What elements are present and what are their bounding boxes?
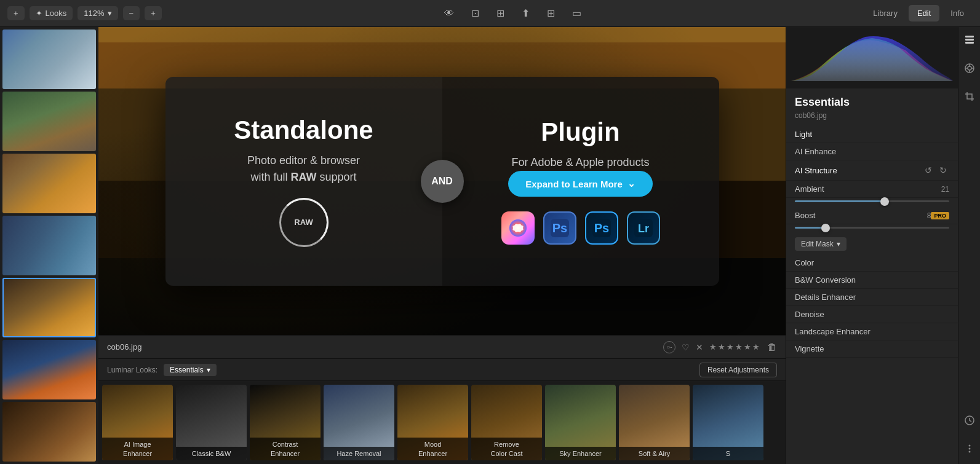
and-divider: AND — [421, 160, 464, 203]
look-label-soft: Soft & Airy — [619, 447, 690, 460]
zoom-out-button[interactable]: − — [123, 6, 140, 20]
adjustments-icon-button[interactable] — [962, 60, 978, 79]
fullscreen-button[interactable]: ▭ — [567, 5, 586, 22]
filmstrip-thumb-2[interactable] — [2, 92, 96, 151]
look-thumb-s[interactable]: S — [693, 385, 763, 460]
look-thumb-remove-color[interactable]: RemoveColor Cast — [471, 385, 542, 460]
file-name: cob06.jpg — [107, 342, 141, 352]
app-icon-elements: Ps — [543, 211, 576, 245]
chevron-down-icon: ⌄ — [627, 178, 635, 189]
adj-ai-enhance[interactable]: AI Enhance — [786, 143, 958, 160]
filmstrip-thumb-7[interactable] — [2, 402, 96, 462]
crop-button[interactable]: ⊞ — [492, 5, 509, 22]
look-thumb-contrast[interactable]: ContrastEnhancer — [250, 385, 321, 460]
adj-ai-structure[interactable]: AI Structure ↺ ↻ — [786, 160, 958, 181]
svg-rect-7 — [965, 36, 974, 37]
adj-details[interactable]: Details Enhancer — [786, 289, 958, 306]
histogram-chart — [791, 32, 953, 81]
looks-dropdown[interactable]: Essentials ▾ — [164, 364, 217, 376]
adj-vignette-label: Vignette — [795, 344, 949, 353]
filmstrip-thumb-1[interactable] — [2, 29, 96, 89]
delete-button[interactable]: 🗑 — [767, 342, 777, 353]
adj-bw[interactable]: B&W Conversion — [786, 272, 958, 289]
boost-slider[interactable] — [795, 227, 949, 229]
overlay-modal: Standalone Photo editor & browser with f… — [98, 27, 786, 335]
more-icon-button[interactable] — [962, 441, 978, 459]
svg-point-19 — [968, 451, 970, 453]
filmstrip-thumb-4[interactable] — [2, 216, 96, 275]
compare-button[interactable]: ⊡ — [466, 5, 484, 22]
adj-landscape[interactable]: Landscape Enhancer — [786, 323, 958, 340]
app-icon-lr: Lr — [627, 211, 660, 245]
look-thumb-ai[interactable]: AI ImageEnhancer — [102, 385, 173, 460]
right-panel: Essentials cob06.jpg Light AI Enhance AI… — [786, 27, 958, 464]
pro-badge: PRO — [931, 212, 949, 219]
look-thumb-mood[interactable]: MoodEnhancer — [397, 385, 468, 460]
looks-icon: ✦ — [36, 9, 42, 18]
filmstrip-thumb-3[interactable] — [2, 154, 96, 213]
svg-rect-8 — [965, 39, 974, 41]
adj-ambient-label: Ambient — [795, 184, 931, 194]
histogram-area — [786, 27, 958, 88]
adj-color[interactable]: Color — [786, 254, 958, 272]
adj-boost-value: 8 — [912, 211, 931, 220]
tab-library[interactable]: Library — [864, 5, 906, 22]
adj-denoise[interactable]: Denoise — [786, 306, 958, 323]
adj-ambient-value: 21 — [931, 185, 949, 194]
undo-button[interactable]: ↺ — [922, 164, 934, 176]
ambient-slider[interactable] — [795, 200, 949, 202]
adj-ambient[interactable]: Ambient 21 — [786, 181, 958, 198]
expand-button[interactable]: Expand to Learn More ⌄ — [508, 171, 653, 197]
look-thumb-sky[interactable]: Sky Enhancer — [545, 385, 616, 460]
star-rating[interactable]: ★★★★★★ — [709, 342, 761, 352]
zoom-in-button[interactable]: + — [145, 6, 162, 20]
history-icon-button[interactable] — [962, 412, 978, 431]
look-thumb-haze[interactable]: Haze Removal — [324, 385, 394, 460]
reset-adjustments-button[interactable]: Reset Adjustments — [699, 363, 777, 377]
look-thumb-bw[interactable]: Classic B&W — [176, 385, 247, 460]
circle-badge[interactable]: ○- — [663, 341, 675, 353]
look-label-haze: Haze Removal — [324, 447, 394, 460]
filmstrip-thumb-6[interactable] — [2, 340, 96, 399]
filmstrip-thumb-5[interactable] — [2, 278, 96, 337]
zoom-button[interactable]: 112% ▾ — [78, 6, 118, 20]
eye-icon-button[interactable]: 👁 — [439, 6, 459, 22]
edit-mask-button[interactable]: Edit Mask ▾ — [795, 237, 847, 251]
look-label-s: S — [693, 447, 763, 460]
tab-info[interactable]: Info — [942, 5, 973, 22]
add-button[interactable]: + — [7, 6, 25, 20]
adj-boost[interactable]: Boost 8 PRO — [786, 207, 958, 224]
edit-mask-row: Edit Mask ▾ — [786, 234, 958, 254]
adj-landscape-label: Landscape Enhancer — [795, 327, 949, 336]
panel-file-label: cob06.jpg — [786, 111, 958, 126]
plugin-subtitle: For Adobe & Apple products — [511, 154, 649, 171]
chevron-down-icon: ▾ — [207, 366, 210, 374]
adj-ai-structure-label: AI Structure — [795, 166, 922, 175]
modal-standalone: Standalone Photo editor & browser with f… — [165, 77, 442, 286]
svg-text:Ps: Ps — [552, 221, 567, 235]
bottom-strip: cob06.jpg ○- ♡ ✕ ★★★★★★ 🗑 Luminar Looks:… — [98, 335, 786, 464]
svg-rect-9 — [965, 42, 974, 44]
undo-redo-controls: ↺ ↻ — [922, 164, 949, 176]
redo-button[interactable]: ↻ — [937, 164, 949, 176]
view-tabs: Library Edit Info — [864, 5, 973, 22]
adj-light[interactable]: Light — [786, 126, 958, 143]
look-thumb-soft[interactable]: Soft & Airy — [619, 385, 690, 460]
reject-button[interactable]: ✕ — [696, 342, 703, 352]
export-button[interactable]: ⬆ — [517, 5, 535, 22]
adj-vignette[interactable]: Vignette — [786, 340, 958, 358]
looks-button[interactable]: ✦ Looks — [30, 6, 73, 20]
heart-button[interactable]: ♡ — [682, 342, 690, 352]
layers-icon-button[interactable] — [962, 32, 978, 50]
adj-ai-enhance-label: AI Enhance — [795, 147, 949, 156]
essentials-title: Essentials — [786, 88, 958, 111]
app-icons-row: Ps Ps — [501, 211, 660, 245]
adj-boost-label: Boost — [795, 211, 912, 220]
grid-button[interactable]: ⊞ — [542, 5, 560, 22]
svg-text:Ps: Ps — [594, 221, 608, 235]
tab-edit[interactable]: Edit — [909, 5, 939, 22]
adj-bw-label: B&W Conversion — [795, 275, 949, 285]
crop-icon-button[interactable] — [962, 88, 978, 107]
look-label-bw: Classic B&W — [176, 447, 247, 460]
adj-light-label: Light — [795, 130, 949, 139]
